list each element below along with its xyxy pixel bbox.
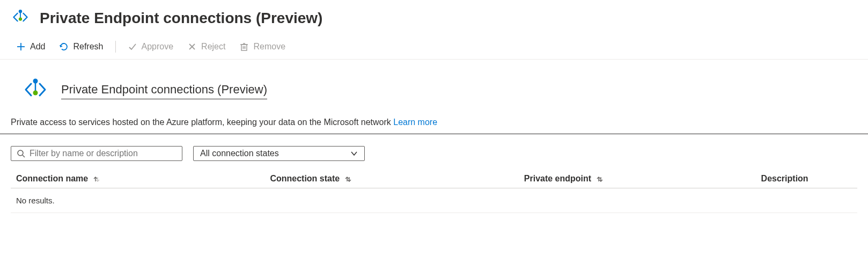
refresh-label: Refresh <box>73 42 103 52</box>
private-endpoint-icon <box>11 8 30 29</box>
trash-icon <box>239 42 249 52</box>
description-text: Private access to services hosted on the… <box>11 118 393 127</box>
toolbar-separator <box>115 41 116 53</box>
empty-message: No results. <box>11 188 857 213</box>
svg-point-15 <box>33 91 38 96</box>
reject-label: Reject <box>201 42 225 52</box>
plus-icon <box>16 42 26 52</box>
connection-state-select[interactable]: All connection states <box>193 146 365 161</box>
section-header: Private Endpoint connections (Preview) <box>0 60 868 112</box>
sort-icon <box>93 175 100 183</box>
checkmark-icon <box>128 42 137 52</box>
remove-button[interactable]: Remove <box>234 39 291 55</box>
refresh-button[interactable]: Refresh <box>54 39 108 55</box>
command-bar: Add Refresh Approve Reject Remove <box>0 34 868 60</box>
remove-label: Remove <box>253 42 285 52</box>
connections-table: Connection name Connection state Private… <box>11 170 857 213</box>
svg-point-1 <box>19 10 22 13</box>
filters-row: All connection states <box>0 134 868 166</box>
column-header-endpoint[interactable]: Private endpoint <box>519 170 756 188</box>
svg-point-16 <box>18 150 23 156</box>
column-header-description[interactable]: Description <box>756 170 857 188</box>
add-button[interactable]: Add <box>11 39 50 55</box>
page-title: Private Endpoint connections (Preview) <box>40 10 322 27</box>
svg-point-2 <box>19 17 22 20</box>
description-row: Private access to services hosted on the… <box>0 112 868 134</box>
private-endpoint-icon <box>21 76 49 106</box>
approve-label: Approve <box>142 42 174 52</box>
table-row-empty: No results. <box>11 188 857 213</box>
reject-button[interactable]: Reject <box>182 39 231 55</box>
column-header-state[interactable]: Connection state <box>264 170 518 188</box>
refresh-icon <box>59 42 69 52</box>
connection-state-value: All connection states <box>200 149 279 158</box>
svg-line-17 <box>23 155 25 157</box>
approve-button[interactable]: Approve <box>122 39 179 55</box>
learn-more-link[interactable]: Learn more <box>393 118 437 127</box>
search-icon <box>17 149 25 158</box>
sort-icon <box>344 175 352 183</box>
page-header: Private Endpoint connections (Preview) <box>0 0 868 34</box>
column-header-name[interactable]: Connection name <box>11 170 264 188</box>
svg-point-14 <box>33 79 38 84</box>
filter-search-wrap[interactable] <box>11 146 182 161</box>
cross-icon <box>187 42 197 52</box>
filter-search-input[interactable] <box>30 149 176 158</box>
table-header-row: Connection name Connection state Private… <box>11 170 857 188</box>
section-title: Private Endpoint connections (Preview) <box>61 83 267 99</box>
chevron-down-icon <box>350 150 358 157</box>
add-label: Add <box>30 42 45 52</box>
sort-icon <box>596 175 604 183</box>
